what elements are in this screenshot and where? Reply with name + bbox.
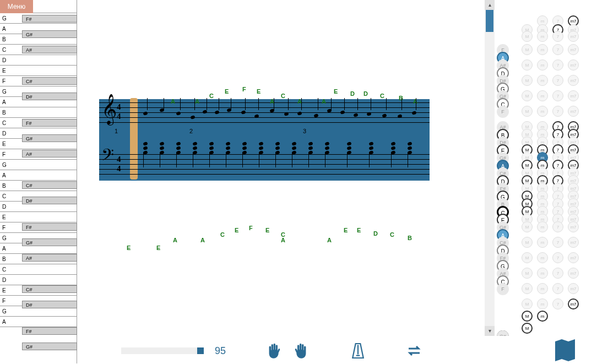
- chord-panel: m7m7Mm7m7Mm7m7FMm7m7AA#Mm7m7DD#Mm7m7GG#M…: [496, 0, 597, 336]
- chord-quality-button[interactable]: 7: [552, 268, 563, 279]
- black-key[interactable]: A#: [22, 46, 77, 53]
- note-label: C: [380, 93, 384, 99]
- black-key[interactable]: F#: [22, 119, 77, 127]
- white-key[interactable]: G: [0, 160, 77, 170]
- white-key[interactable]: B: [0, 107, 77, 118]
- chord-quality-button[interactable]: M: [522, 268, 533, 279]
- chord-quality-button[interactable]: m: [537, 237, 548, 248]
- chord-quality-button[interactable]: m: [537, 311, 548, 322]
- white-key[interactable]: A: [0, 170, 77, 181]
- black-key[interactable]: G#: [22, 343, 77, 350]
- chord-quality-button[interactable]: m: [537, 106, 548, 117]
- white-key[interactable]: E: [0, 66, 77, 76]
- chord-quality-button[interactable]: m: [537, 221, 548, 232]
- white-key[interactable]: C: [0, 264, 77, 275]
- chord-quality-button[interactable]: M: [522, 283, 533, 294]
- black-key[interactable]: D#: [22, 301, 77, 308]
- chord-quality-button[interactable]: M: [522, 237, 533, 248]
- scroll-thumb[interactable]: [486, 10, 493, 32]
- black-key[interactable]: C#: [22, 285, 77, 293]
- chord-quality-button[interactable]: m7: [568, 59, 579, 70]
- map-view-icon[interactable]: [555, 339, 575, 361]
- chord-quality-button[interactable]: m7: [568, 221, 579, 232]
- chord-quality-button[interactable]: m7: [568, 31, 579, 42]
- black-key[interactable]: C#: [22, 181, 77, 189]
- black-key[interactable]: G#: [22, 30, 77, 38]
- chord-root-sharp[interactable]: G#: [497, 330, 509, 336]
- chord-quality-button[interactable]: m: [537, 59, 548, 70]
- chord-quality-button[interactable]: m7: [568, 106, 579, 117]
- black-key[interactable]: F#: [22, 15, 77, 23]
- tempo-slider[interactable]: [121, 347, 204, 354]
- chord-quality-button[interactable]: m: [537, 44, 548, 55]
- chord-quality-button[interactable]: 7: [552, 221, 563, 232]
- black-key[interactable]: G#: [22, 134, 77, 142]
- chord-quality-button[interactable]: M: [522, 252, 533, 263]
- lyric-note-label: C: [220, 231, 225, 238]
- chord-quality-button[interactable]: 7: [552, 298, 563, 309]
- chord-quality-button[interactable]: 7: [552, 283, 563, 294]
- right-hand-icon[interactable]: [293, 342, 311, 360]
- note-label: C: [209, 93, 214, 99]
- chord-quality-button[interactable]: M: [522, 90, 533, 101]
- chord-quality-button[interactable]: m7: [568, 252, 579, 263]
- chord-quality-button[interactable]: m: [537, 283, 548, 294]
- chord-quality-button[interactable]: 7: [552, 237, 563, 248]
- chord-quality-button[interactable]: m7: [568, 268, 579, 279]
- chord-quality-button[interactable]: 7: [552, 31, 563, 42]
- chord-quality-button[interactable]: M: [522, 75, 533, 86]
- chord-quality-button[interactable]: 7: [552, 106, 563, 117]
- chord-quality-button[interactable]: M: [522, 31, 533, 42]
- black-key[interactable]: F#: [22, 327, 77, 335]
- vertical-scrollbar[interactable]: ▴ ▾: [485, 0, 495, 336]
- left-hand-icon[interactable]: [264, 342, 282, 360]
- chord-quality-button[interactable]: m7: [568, 298, 579, 309]
- metronome-icon[interactable]: [349, 342, 367, 360]
- chord-quality-button[interactable]: m: [537, 252, 548, 263]
- black-key[interactable]: G#: [22, 238, 77, 246]
- chord-quality-button[interactable]: m: [537, 75, 548, 86]
- chord-quality-button[interactable]: m7: [568, 44, 579, 55]
- lyric-note-label: E: [156, 245, 160, 251]
- chord-quality-button[interactable]: m: [537, 298, 548, 309]
- chord-quality-button[interactable]: m7: [568, 283, 579, 294]
- chord-quality-button[interactable]: M: [522, 323, 533, 334]
- chord-quality-button[interactable]: M: [522, 298, 533, 309]
- white-key[interactable]: D: [0, 55, 77, 66]
- chord-quality-button[interactable]: M: [522, 221, 533, 232]
- chord-quality-button[interactable]: M: [522, 311, 533, 322]
- black-key[interactable]: A#: [22, 254, 77, 262]
- loop-icon[interactable]: [405, 342, 423, 360]
- tempo-thumb[interactable]: [197, 347, 204, 354]
- chord-root-sharp[interactable]: F: [497, 106, 509, 118]
- black-key[interactable]: D#: [22, 197, 77, 204]
- scroll-down-icon[interactable]: ▾: [485, 326, 495, 336]
- lyric-note-label: F: [249, 225, 253, 231]
- black-key[interactable]: D#: [22, 93, 77, 100]
- black-key[interactable]: A#: [22, 150, 77, 157]
- white-key[interactable]: E: [0, 212, 77, 222]
- black-key[interactable]: C#: [22, 77, 77, 85]
- chord-quality-button[interactable]: m: [537, 268, 548, 279]
- chord-quality-button[interactable]: m: [537, 90, 548, 101]
- chord-quality-button[interactable]: m7: [568, 75, 579, 86]
- chord-quality-button[interactable]: M: [522, 59, 533, 70]
- chord-quality-button[interactable]: M: [522, 106, 533, 117]
- white-key[interactable]: D: [0, 275, 77, 285]
- chord-quality-button[interactable]: M: [522, 44, 533, 55]
- chord-quality-button[interactable]: 7: [552, 59, 563, 70]
- chord-quality-button[interactable]: 7: [552, 75, 563, 86]
- treble-staff: [99, 102, 430, 127]
- chord-quality-button[interactable]: m: [537, 31, 548, 42]
- chord-root-sharp[interactable]: F: [497, 283, 509, 295]
- chord-quality-button[interactable]: 7: [552, 90, 563, 101]
- chord-quality-button[interactable]: m7: [568, 90, 579, 101]
- chord-quality-button[interactable]: 7: [552, 252, 563, 263]
- chord-quality-button[interactable]: 7: [552, 44, 563, 55]
- white-key[interactable]: A: [0, 317, 77, 327]
- black-key[interactable]: F#: [22, 223, 77, 231]
- menu-button[interactable]: Меню: [0, 0, 33, 13]
- chord-quality-button[interactable]: m7: [568, 237, 579, 248]
- scroll-up-icon[interactable]: ▴: [485, 0, 495, 10]
- lyric-note-label: D: [373, 230, 378, 237]
